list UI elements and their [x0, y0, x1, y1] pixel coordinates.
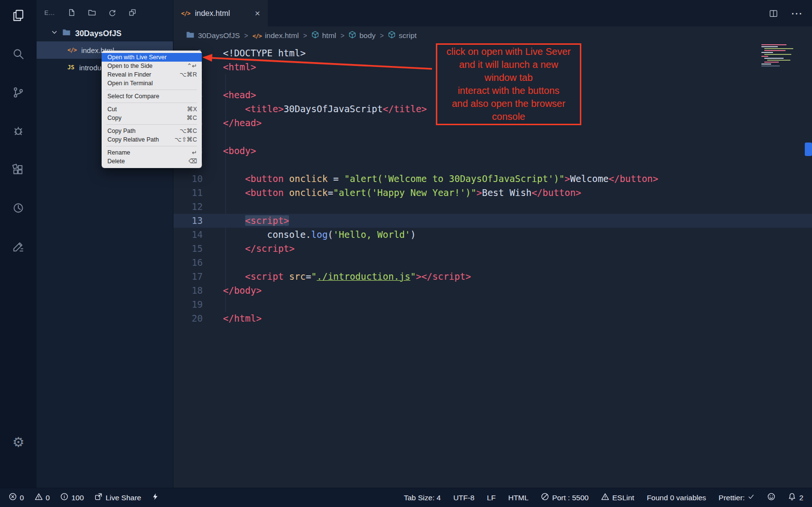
status-item-found-0-variables[interactable]: Found 0 variables	[647, 494, 706, 502]
workspace-folder-label: 30DaysOfJS	[75, 29, 121, 38]
line-number: 11	[173, 186, 203, 200]
code-line-11[interactable]: 11 <button onclick="alert('Happy New Yea…	[173, 186, 812, 200]
history-icon[interactable]	[11, 200, 26, 216]
code-line-15[interactable]: 15 </script>	[173, 242, 812, 256]
code-line-7[interactable]: 7	[173, 130, 812, 144]
menu-item-copy-path[interactable]: Copy Path⌥⌘C	[102, 127, 202, 135]
menu-item-select-for-compare[interactable]: Select for Compare	[102, 92, 202, 101]
status-item-eslint[interactable]: ESLint	[601, 493, 634, 503]
code-line-12[interactable]: 12	[173, 200, 812, 214]
status-item-prettier[interactable]: Prettier:	[719, 493, 755, 502]
breadcrumb-label: html	[322, 31, 336, 40]
menu-item-delete[interactable]: Delete⌫	[102, 157, 202, 166]
menu-item-shortcut: ⌫	[188, 157, 197, 166]
menu-item-copy-relative-path[interactable]: Copy Relative Path⌥⇧⌘C	[102, 135, 202, 144]
code-line-20[interactable]: 20</html>	[173, 312, 812, 325]
breadcrumb-item-30daysofjs[interactable]: 30DaysOfJS	[186, 31, 240, 40]
breadcrumb-separator: >	[341, 32, 344, 39]
code-line-17[interactable]: 17 <script src="./introduction.js"></scr…	[173, 270, 812, 284]
code-line-9[interactable]: 9	[173, 158, 812, 172]
refresh-icon[interactable]	[108, 8, 117, 17]
split-editor-icon[interactable]	[769, 9, 778, 18]
code-text: <body>	[203, 144, 256, 158]
code-line-14[interactable]: 14 console.log('Hello, World')	[173, 228, 812, 242]
code-line-13[interactable]: 13 <script>	[173, 214, 812, 228]
line-number: 14	[173, 228, 203, 242]
run-debug-icon[interactable]	[11, 123, 26, 139]
menu-item-label: Reveal in Finder	[107, 70, 180, 79]
menu-item-label: Copy	[107, 114, 186, 122]
status-item-live-share[interactable]: Live Share	[94, 493, 141, 503]
code-line-10[interactable]: 10 <button onclick = "alert('Welcome to …	[173, 172, 812, 186]
menu-item-shortcut: ⌃↵	[187, 62, 197, 70]
search-icon[interactable]	[11, 46, 26, 62]
breadcrumb-label: 30DaysOfJS	[198, 31, 240, 40]
annotation-line: window tab	[437, 71, 580, 84]
status-item-0[interactable]: 0	[35, 493, 50, 503]
code-text	[203, 130, 223, 144]
status-item-tab-size-4[interactable]: Tab Size: 4	[404, 494, 441, 502]
menu-item-label: Cut	[107, 105, 187, 114]
menu-item-open-in-terminal[interactable]: Open in Terminal	[102, 79, 202, 88]
annotation-box: click on open with Live Severand it will…	[436, 43, 581, 125]
feedback-icon[interactable]	[11, 239, 26, 254]
status-item-lightning-icon[interactable]	[152, 493, 159, 503]
new-folder-icon[interactable]	[88, 8, 96, 17]
annotation-line: click on open with Live Sever	[437, 45, 580, 58]
new-file-icon[interactable]	[67, 8, 76, 17]
menu-item-open-with-live-server[interactable]: Open with Live Server	[102, 53, 202, 62]
tab-index-html[interactable]: </> index.html ×	[173, 0, 268, 26]
code-text: </body>	[203, 284, 262, 298]
extensions-icon[interactable]	[11, 162, 26, 177]
cube-icon	[388, 31, 395, 40]
status-item-label: Port : 5500	[552, 494, 589, 502]
breadcrumb-item-body[interactable]: body	[349, 31, 376, 40]
status-item-label: UTF-8	[453, 494, 474, 502]
scrollbar-marker[interactable]	[805, 143, 812, 156]
folder-icon	[62, 28, 71, 38]
code-text	[203, 256, 223, 270]
status-item-0[interactable]: 0	[9, 493, 24, 503]
status-item-utf-8[interactable]: UTF-8	[453, 494, 474, 502]
breadcrumb-label: index.html	[265, 31, 299, 40]
status-item-100[interactable]: 100	[60, 493, 84, 503]
menu-item-rename[interactable]: Rename↵	[102, 148, 202, 157]
minimap[interactable]	[760, 43, 805, 72]
status-item-label: 2	[799, 494, 803, 502]
status-item-2[interactable]: 2	[788, 493, 803, 503]
explorer-icon[interactable]	[11, 8, 26, 23]
status-item-html[interactable]: HTML	[508, 494, 528, 502]
menu-item-label: Select for Compare	[107, 92, 197, 101]
menu-item-label: Copy Path	[107, 127, 180, 135]
menu-item-cut[interactable]: Cut⌘X	[102, 105, 202, 114]
collapse-all-icon[interactable]	[128, 8, 137, 17]
status-item-lf[interactable]: LF	[487, 494, 496, 502]
breadcrumb-separator: >	[303, 32, 307, 39]
breadcrumb-item-index-html[interactable]: </>index.html	[252, 31, 299, 40]
menu-separator	[106, 146, 197, 146]
status-item-port-5500[interactable]: Port : 5500	[541, 493, 589, 503]
menu-item-open-to-the-side[interactable]: Open to the Side⌃↵	[102, 62, 202, 70]
code-line-19[interactable]: 19	[173, 298, 812, 312]
workspace-folder-row[interactable]: 30DaysOfJS	[37, 25, 173, 41]
annotation-line: interact with the buttons	[437, 84, 580, 97]
close-icon[interactable]: ×	[255, 8, 260, 19]
breadcrumb-label: script	[399, 31, 417, 40]
vscode-window: ⚙ E… 30DaysOfJS	[0, 0, 812, 507]
status-item-label: Tab Size: 4	[404, 494, 441, 502]
settings-gear-icon[interactable]: ⚙	[11, 435, 26, 450]
source-control-icon[interactable]	[11, 85, 26, 100]
status-item-smiley-icon[interactable]	[767, 493, 775, 503]
code-line-18[interactable]: 18</body>	[173, 284, 812, 298]
code-line-8[interactable]: 8<body>	[173, 144, 812, 158]
code-line-16[interactable]: 16	[173, 256, 812, 270]
menu-item-copy[interactable]: Copy⌘C	[102, 114, 202, 122]
status-item-label: LF	[487, 494, 496, 502]
menu-item-label: Delete	[107, 157, 188, 166]
breadcrumb-item-script[interactable]: script	[388, 31, 417, 40]
menu-separator	[106, 90, 197, 90]
menu-item-reveal-in-finder[interactable]: Reveal in Finder⌥⌘R	[102, 70, 202, 79]
more-actions-icon[interactable]: ⋯	[791, 11, 803, 16]
breadcrumb-item-html[interactable]: html	[312, 31, 336, 40]
folder-icon	[186, 31, 195, 40]
